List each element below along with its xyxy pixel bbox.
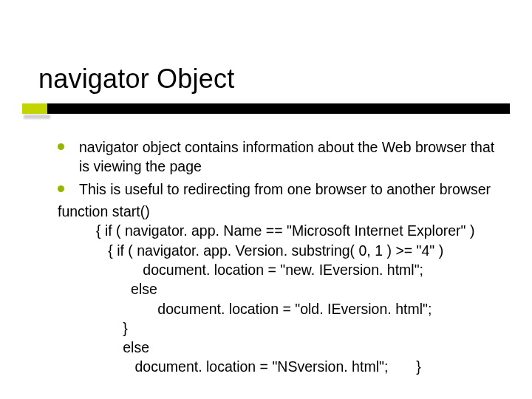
code-line: document. location = "old. IEversion. ht… xyxy=(58,299,508,318)
code-line: { if ( navigator. app. Name == "Microsof… xyxy=(58,221,508,240)
content-area: navigator object contains information ab… xyxy=(58,137,508,377)
slide-title: navigator Object xyxy=(38,64,234,95)
bullet-icon xyxy=(58,185,64,192)
bullet-icon xyxy=(58,143,64,150)
title-underline xyxy=(22,103,510,114)
title-accent-shadow xyxy=(24,115,50,119)
bullet-text: This is useful to redirecting from one b… xyxy=(79,180,508,199)
code-line: else xyxy=(58,279,508,299)
code-block: function start() { if ( navigator. app. … xyxy=(58,202,508,377)
bullet-item: This is useful to redirecting from one b… xyxy=(58,180,508,199)
code-line: document. location = "NSversion. html"; … xyxy=(58,357,508,376)
bullet-item: navigator object contains information ab… xyxy=(58,137,508,177)
code-line: } xyxy=(58,318,508,338)
slide: navigator Object navigator object contai… xyxy=(0,0,532,399)
code-line: document. location = "new. IEversion. ht… xyxy=(58,260,508,279)
code-line: function start() xyxy=(58,202,508,221)
bullet-text: navigator object contains information ab… xyxy=(79,137,508,177)
title-accent xyxy=(22,103,47,114)
code-line: else xyxy=(58,338,508,357)
code-line: { if ( navigator. app. Version. substrin… xyxy=(58,241,508,260)
